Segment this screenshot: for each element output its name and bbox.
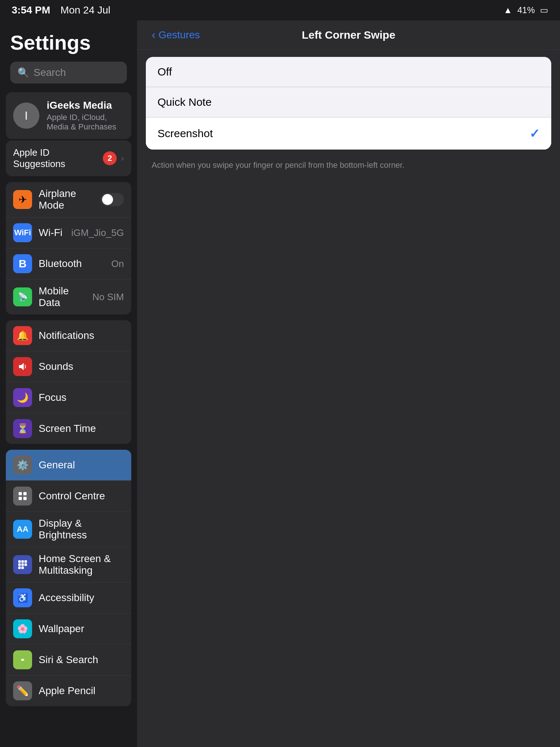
search-icon: 🔍 <box>18 67 29 78</box>
option-screenshot-label: Screenshot <box>158 127 213 140</box>
nav-back-button[interactable]: ‹ Gestures <box>152 28 200 42</box>
airplane-label: Airplane Mode <box>39 188 94 211</box>
sidebar-item-general[interactable]: ⚙️ General <box>6 450 131 481</box>
svg-rect-4 <box>23 497 27 500</box>
mobiledata-value: No SIM <box>92 291 124 303</box>
sidebar: Settings 🔍 Search I iGeeks Media Apple I… <box>0 20 137 747</box>
option-screenshot[interactable]: Screenshot ✓ <box>146 117 551 150</box>
svg-rect-5 <box>18 560 21 563</box>
wifi-label: Wi-Fi <box>39 227 65 239</box>
apple-id-suggestions[interactable]: Apple ID Suggestions 2 › <box>6 140 131 176</box>
sirisearch-label: Siri & Search <box>39 654 124 666</box>
wallpaper-icon: 🌸 <box>13 619 32 638</box>
apple-id-left: Apple ID Suggestions <box>13 147 103 170</box>
airplane-toggle[interactable] <box>101 193 124 206</box>
notifications-icon: 🔔 <box>13 326 32 345</box>
description-text: Action when you swipe your finger or pen… <box>152 159 545 171</box>
option-quicknote-label: Quick Note <box>158 96 211 108</box>
battery-level: 41% <box>517 5 535 15</box>
svg-rect-1 <box>19 492 22 495</box>
sidebar-item-notifications[interactable]: 🔔 Notifications <box>6 320 131 351</box>
sidebar-item-mobiledata[interactable]: 📡 Mobile Data No SIM <box>6 279 131 314</box>
controlcentre-label: Control Centre <box>39 490 124 502</box>
wallpaper-label: Wallpaper <box>39 623 124 635</box>
general-label: General <box>39 459 124 471</box>
profile-name: iGeeks Media <box>47 100 124 111</box>
svg-rect-3 <box>19 497 22 500</box>
nav-header: ‹ Gestures Left Corner Swipe <box>137 20 560 50</box>
screentime-label: Screen Time <box>39 423 124 434</box>
status-date: Mon 24 Jul <box>61 4 110 16</box>
option-quicknote[interactable]: Quick Note <box>146 87 551 117</box>
status-bar-left: 3:54 PM Mon 24 Jul <box>12 4 110 16</box>
mobiledata-label: Mobile Data <box>39 285 86 309</box>
svg-rect-2 <box>23 492 27 495</box>
wifi-icon: WiFi <box>13 223 32 242</box>
option-off[interactable]: Off <box>146 57 551 87</box>
checkmark-icon: ✓ <box>529 126 540 141</box>
status-bar-right: ▲ 41% ▭ <box>503 5 548 15</box>
sirisearch-icon <box>13 650 32 669</box>
sidebar-item-controlcentre[interactable]: Control Centre <box>6 481 131 512</box>
avatar: I <box>13 102 39 129</box>
sidebar-item-sirisearch[interactable]: Siri & Search <box>6 645 131 676</box>
search-bar[interactable]: 🔍 Search <box>10 62 127 84</box>
sidebar-item-accessibility[interactable]: ♿ Accessibility <box>6 582 131 614</box>
profile-subtitle: Apple ID, iCloud, Media & Purchases <box>47 113 124 132</box>
status-bar: 3:54 PM Mon 24 Jul ▲ 41% ▭ <box>0 0 560 20</box>
sidebar-item-sounds[interactable]: Sounds <box>6 351 131 382</box>
airplane-icon: ✈ <box>13 190 32 209</box>
sidebar-item-bluetooth[interactable]: B Bluetooth On <box>6 248 131 279</box>
sidebar-item-focus[interactable]: 🌙 Focus <box>6 382 131 413</box>
nav-back-label: Gestures <box>159 29 200 41</box>
toggle-thumb <box>102 194 113 205</box>
general-section: ⚙️ General Control Centre AA Display & B… <box>6 450 131 706</box>
sidebar-item-homescreen[interactable]: Home Screen & Multitasking <box>6 547 131 582</box>
sidebar-header: Settings 🔍 Search <box>0 20 137 89</box>
right-panel: ‹ Gestures Left Corner Swipe Off Quick N… <box>137 20 560 747</box>
notifications-label: Notifications <box>39 330 124 341</box>
sounds-icon <box>13 357 32 376</box>
svg-rect-9 <box>22 564 24 566</box>
svg-rect-10 <box>24 564 27 566</box>
sidebar-item-wallpaper[interactable]: 🌸 Wallpaper <box>6 614 131 645</box>
main-container: Settings 🔍 Search I iGeeks Media Apple I… <box>0 20 560 747</box>
focus-icon: 🌙 <box>13 388 32 407</box>
content-overlay <box>137 50 560 747</box>
svg-rect-6 <box>22 560 24 563</box>
connectivity-section: ✈ Airplane Mode WiFi Wi-Fi iGM_Jio_5G B … <box>6 182 131 314</box>
displaybrightness-label: Display & Brightness <box>39 518 124 541</box>
accessibility-label: Accessibility <box>39 592 124 604</box>
options-container: Off Quick Note Screenshot ✓ <box>146 57 551 150</box>
bluetooth-icon: B <box>13 254 32 273</box>
controlcentre-icon <box>13 487 32 506</box>
bluetooth-value: On <box>111 258 124 270</box>
general-icon: ⚙️ <box>13 456 32 475</box>
svg-rect-8 <box>18 564 21 566</box>
nav-title: Left Corner Swipe <box>302 29 396 41</box>
displaybrightness-icon: AA <box>13 520 32 539</box>
svg-rect-11 <box>18 566 21 569</box>
accessibility-icon: ♿ <box>13 588 32 607</box>
profile-info: iGeeks Media Apple ID, iCloud, Media & P… <box>47 100 124 132</box>
profile-section[interactable]: I iGeeks Media Apple ID, iCloud, Media &… <box>6 92 131 139</box>
back-arrow-icon: ‹ <box>152 28 156 42</box>
applepencil-label: Apple Pencil <box>39 685 124 697</box>
system-section: 🔔 Notifications Sounds 🌙 Focus ⏳ Screen … <box>6 320 131 444</box>
sidebar-title: Settings <box>10 31 127 54</box>
sidebar-item-applepencil[interactable]: ✏️ Apple Pencil <box>6 676 131 706</box>
sidebar-item-airplane[interactable]: ✈ Airplane Mode <box>6 182 131 217</box>
apple-id-badge: 2 <box>103 151 117 165</box>
mobiledata-icon: 📡 <box>13 287 32 306</box>
focus-label: Focus <box>39 392 124 403</box>
sidebar-item-wifi[interactable]: WiFi Wi-Fi iGM_Jio_5G <box>6 217 131 248</box>
sidebar-item-screentime[interactable]: ⏳ Screen Time <box>6 413 131 444</box>
sidebar-item-displaybrightness[interactable]: AA Display & Brightness <box>6 512 131 547</box>
chevron-right-icon: › <box>121 153 124 163</box>
sounds-label: Sounds <box>39 361 124 372</box>
apple-id-label: Apple ID Suggestions <box>13 147 103 170</box>
homescreen-label: Home Screen & Multitasking <box>39 553 124 576</box>
profile-row: I iGeeks Media Apple ID, iCloud, Media &… <box>13 100 124 132</box>
screentime-icon: ⏳ <box>13 419 32 438</box>
search-placeholder: Search <box>34 67 66 78</box>
